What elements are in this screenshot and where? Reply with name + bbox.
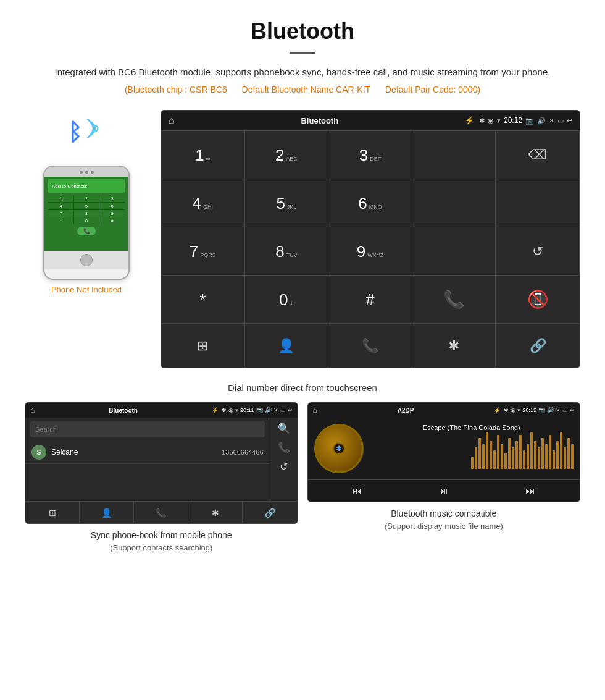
pb-grid-button[interactable]: ⊞: [25, 502, 80, 523]
contact-name: Seicane: [51, 448, 222, 457]
music-win-icon: ▭: [562, 407, 568, 413]
dial-key-1[interactable]: 1 ∞: [161, 131, 245, 179]
dial-key-4[interactable]: 4 GHI: [161, 179, 245, 227]
dial-bottom-contacts-button[interactable]: 👤: [245, 324, 329, 368]
home-icon[interactable]: ⌂: [169, 115, 175, 126]
viz-bar: [541, 438, 544, 469]
dial-key-0[interactable]: 0 +: [245, 276, 329, 324]
dial-key-5[interactable]: 5 JKL: [245, 179, 329, 227]
dial-cell-empty-4: [412, 227, 496, 276]
dial-bottom-grid-button[interactable]: ⊞: [161, 324, 245, 368]
dial-key-6[interactable]: 6 MNO: [328, 179, 412, 227]
contact-number: 13566664466: [222, 449, 263, 456]
music-visualizer: Escape (The Pina Colada Song): [370, 424, 574, 473]
dial-bottom-link-button[interactable]: 🔗: [496, 324, 580, 368]
phone-section: ᛒ Add to Contacts 1: [25, 110, 148, 294]
phone-key: 5: [74, 203, 99, 209]
dial-call-button[interactable]: 📞: [412, 276, 496, 324]
dial-hangup-button[interactable]: 📵: [496, 276, 580, 324]
dial-key-9[interactable]: 9 WXYZ: [328, 227, 412, 276]
viz-bar: [501, 444, 503, 469]
phonebook-search-bar[interactable]: [30, 421, 265, 437]
search-input[interactable]: [35, 426, 260, 433]
status-icons: ✱ ◉ ▾ 20:12 📷 🔊 ✕ ▭ ↩: [479, 116, 572, 125]
phone-screen-top: Add to Contacts: [48, 179, 125, 193]
viz-bars: [370, 435, 574, 469]
phonebook-caption-main: Sync phone-book from mobile phone: [91, 529, 232, 542]
dial-bottom-phone-button[interactable]: 📞: [328, 324, 412, 368]
main-section: ᛒ Add to Contacts 1: [0, 101, 605, 377]
viz-bar: [545, 444, 548, 469]
red-phone-icon: 📵: [527, 289, 549, 310]
music-title: A2DP: [320, 407, 491, 414]
signal-icon: ▾: [497, 117, 501, 125]
dial-bottom-row: ⊞ 👤 📞 ✱ 🔗: [161, 324, 580, 368]
phone-key: 2: [74, 195, 99, 202]
music-close-icon[interactable]: ✕: [556, 407, 561, 413]
phonebook-screen: ⌂ Bluetooth ⚡ ✱ ◉ ▾ 20:11 📷 🔊 ✕ ▭ ↩: [25, 402, 298, 524]
usb-icon: ⚡: [465, 116, 474, 125]
bluetooth-bottom-icon: ✱: [448, 338, 459, 354]
music-caption-main: Bluetooth music compatible: [385, 507, 503, 520]
album-center: ✱: [333, 442, 345, 455]
pb-back-icon[interactable]: ↩: [288, 407, 293, 413]
viz-bar: [493, 450, 496, 469]
dial-key-star[interactable]: *: [161, 276, 245, 324]
dial-screen: ⌂ Bluetooth ⚡ ✱ ◉ ▾ 20:12 📷 🔊 ✕ ▭ ↩ 1 ∞: [161, 110, 580, 368]
phone-bottom: [44, 251, 128, 269]
phonebook-title: Bluetooth: [38, 407, 209, 414]
viz-bar: [564, 447, 566, 469]
phone-key: 0: [74, 217, 99, 224]
dial-key-hash[interactable]: #: [328, 276, 412, 324]
contact-entry[interactable]: S Seicane 13566664466: [25, 441, 270, 464]
pb-home-icon[interactable]: ⌂: [30, 406, 35, 415]
phone-dot: [85, 171, 88, 174]
phone-key: 4: [48, 203, 73, 209]
song-title: Escape (The Pina Colada Song): [370, 424, 574, 431]
page-description: Integrated with BC6 Bluetooth module, su…: [37, 65, 568, 80]
phone-screen-label: Add to Contacts: [52, 183, 87, 189]
dial-key-3[interactable]: 3 DEF: [328, 131, 412, 179]
pb-link-button[interactable]: 🔗: [243, 502, 297, 523]
dial-bottom-bluetooth-button[interactable]: ✱: [412, 324, 496, 368]
dial-cell-empty-3: [496, 179, 580, 227]
dial-key-8[interactable]: 8 TUV: [245, 227, 329, 276]
pb-signal-icon: ▾: [235, 407, 238, 413]
pb-link-icon: 🔗: [265, 508, 275, 518]
dial-refresh-button[interactable]: ↺: [496, 227, 580, 276]
dial-key-2[interactable]: 2 ABC: [245, 131, 329, 179]
dial-key-7[interactable]: 7 PQRS: [161, 227, 245, 276]
pb-refresh-side-icon[interactable]: ↺: [280, 461, 288, 473]
music-caption: Bluetooth music compatible (Support disp…: [385, 507, 503, 533]
pb-contacts-button[interactable]: 👤: [80, 502, 134, 523]
link-icon: 🔗: [530, 338, 546, 354]
back-icon[interactable]: ↩: [567, 117, 572, 125]
close-icon[interactable]: ✕: [549, 117, 554, 125]
viz-bar: [497, 435, 499, 469]
pb-phone-button[interactable]: 📞: [134, 502, 188, 523]
skip-back-button[interactable]: ⏮: [353, 486, 362, 497]
volume-icon: 🔊: [537, 117, 546, 125]
play-pause-button[interactable]: ⏯: [439, 486, 449, 497]
skip-forward-button[interactable]: ⏭: [525, 486, 535, 497]
pb-search-side-icon[interactable]: 🔍: [278, 423, 290, 434]
pb-time: 20:11: [240, 407, 254, 413]
viz-bar: [482, 444, 485, 469]
pb-status-icons: ✱ ◉ ▾ 20:11 📷 🔊 ✕ ▭ ↩: [222, 407, 293, 413]
window-icon: ▭: [557, 117, 564, 125]
page-title: Bluetooth: [37, 19, 568, 44]
pb-phone-icon: 📞: [156, 508, 166, 518]
viz-bar: [504, 453, 507, 469]
phone-dot: [91, 171, 94, 174]
dial-backspace-button[interactable]: ⌫: [496, 131, 580, 179]
phone-key: 9: [99, 210, 125, 217]
pb-phone-side-icon[interactable]: 📞: [278, 442, 290, 453]
pb-close-icon[interactable]: ✕: [273, 407, 278, 413]
phone-keypad: 1 2 3 4 5 6 7 8 9 * 0 #: [48, 195, 125, 224]
music-home-icon[interactable]: ⌂: [313, 406, 317, 415]
phonebook-layout: S Seicane 13566664466 🔍 📞 ↺: [25, 418, 298, 501]
viz-bar: [534, 441, 536, 469]
music-back-icon[interactable]: ↩: [570, 407, 575, 413]
pb-bluetooth-button[interactable]: ✱: [188, 502, 243, 523]
music-usb-icon: ⚡: [494, 407, 501, 413]
